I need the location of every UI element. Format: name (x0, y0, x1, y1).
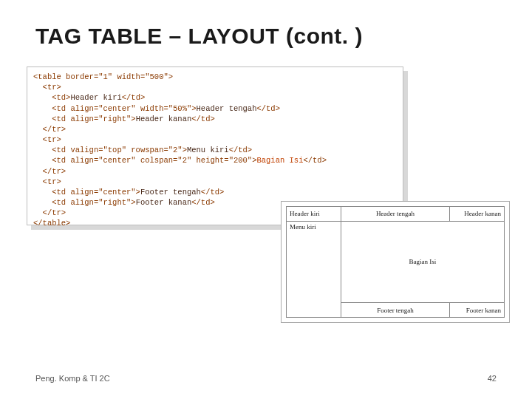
cell-header-kiri: Header kiri (287, 207, 341, 222)
code-line: <td align="center" width="50%"> (33, 104, 197, 113)
code-line: </table> (33, 219, 70, 228)
code-line: <td align="center" colspan="2" height="2… (33, 156, 256, 165)
code-line: <tr> (33, 83, 61, 92)
code-line: <table border="1" width="500"> (33, 72, 173, 81)
code-line: </tr> (33, 167, 66, 176)
code-line: </td> (191, 198, 215, 207)
code-text: Header kiri (70, 93, 121, 102)
code-text: Footer tengah (140, 188, 201, 197)
cell-footer-tengah: Footer tengah (341, 303, 450, 318)
rendered-table: Header kiri Header tengah Header kanan M… (286, 206, 505, 318)
code-text: Menu kiri (187, 146, 229, 154)
code-line: <td align="right"> (33, 115, 136, 123)
code-line: <td align="center"> (33, 188, 140, 197)
table-row: Menu kiri Bagian Isi (287, 221, 505, 303)
slide: TAG TABLE – LAYOUT (cont. ) <table borde… (0, 0, 532, 399)
cell-header-kanan: Header kanan (450, 207, 505, 222)
cell-menu-kiri: Menu kiri (287, 221, 341, 317)
code-line: <tr> (33, 177, 61, 186)
code-line: </tr> (33, 125, 66, 134)
code-line: <td> (33, 93, 70, 102)
cell-bagian-isi: Bagian Isi (341, 221, 504, 303)
code-line: <tr> (33, 135, 61, 144)
cell-footer-kanan: Footer kanan (450, 303, 505, 318)
table-row: Header kiri Header tengah Header kanan (287, 207, 505, 222)
code-line: <td valign="top" rowspan="2"> (33, 146, 187, 154)
page-number: 42 (488, 374, 497, 383)
footer-text: Peng. Komp & TI 2C (35, 374, 110, 383)
code-line: </td> (303, 156, 327, 165)
code-line: </tr> (33, 208, 66, 217)
rendered-output: Header kiri Header tengah Header kanan M… (281, 201, 510, 323)
code-line: </td> (256, 104, 280, 113)
code-line: </td> (229, 146, 253, 154)
code-line: </td> (191, 115, 215, 123)
code-text: Bagian Isi (256, 156, 303, 165)
code-line: <td align="right"> (33, 198, 136, 207)
slide-title: TAG TABLE – LAYOUT (cont. ) (35, 24, 363, 49)
code-line: </td> (201, 188, 225, 197)
code-text: Footer kanan (136, 198, 192, 207)
code-text: Header kanan (136, 115, 192, 123)
cell-header-tengah: Header tengah (341, 207, 450, 222)
code-text: Header tengah (197, 104, 257, 113)
code-line: </td> (122, 93, 146, 102)
